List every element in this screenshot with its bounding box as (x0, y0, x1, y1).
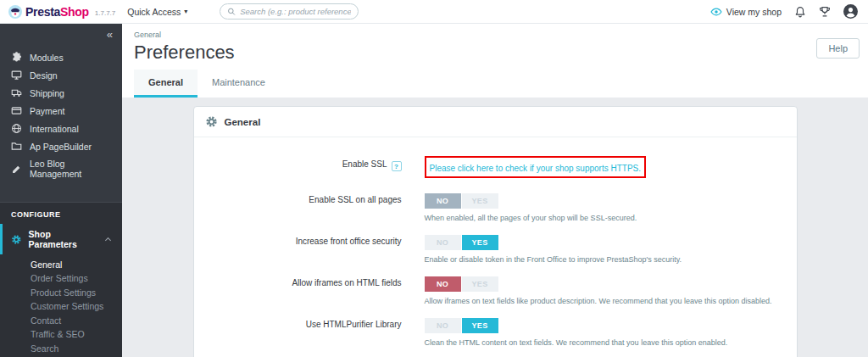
sidebar-item-payment[interactable]: Payment (0, 102, 122, 120)
panel-header: General (194, 107, 797, 137)
form-row-front-office-security: Increase front office security NO YES En… (211, 233, 780, 265)
caret-down-icon: ▾ (184, 8, 187, 15)
credit-card-icon (11, 105, 22, 116)
field-help-text: Enable or disable token in the Front Off… (425, 254, 780, 265)
sidebar-item-leo-blog-management[interactable]: Leo Blog Management (0, 155, 122, 182)
topbar: PrestaShop 1.7.7.7 Quick Access ▾ View m… (0, 0, 868, 24)
help-button[interactable]: Help (816, 38, 860, 59)
toggle-no-option[interactable]: NO (425, 318, 461, 333)
form-row-allow-iframes: Allow iframes on HTML fields NO YES Allo… (211, 275, 780, 306)
form-row-enable-ssl: Enable SSL? Please click here to check i… (211, 156, 780, 178)
quick-access-menu[interactable]: Quick Access ▾ (127, 7, 187, 17)
ssl-check-link[interactable]: Please click here to check if your shop … (430, 164, 642, 173)
field-control: NO YES Enable or disable token in the Fr… (425, 233, 780, 265)
truck-icon (11, 87, 22, 98)
notifications-bell-icon[interactable] (794, 6, 806, 18)
submenu-item-traffic-seo[interactable]: Traffic & SEO (31, 328, 122, 343)
folder-icon (11, 141, 22, 152)
topbar-right: View my shop (710, 4, 868, 19)
configure-section: CONFIGURE Shop Parameters General Order … (0, 202, 122, 357)
search-input[interactable] (240, 7, 351, 16)
form-row-htmlpurifier: Use HTMLPurifier Library NO YES Clean th… (211, 316, 780, 348)
toggle-yes-option[interactable]: YES (462, 276, 498, 292)
brand-name: PrestaShop (25, 5, 89, 19)
main-area: General Preferences Help General Mainten… (122, 24, 868, 357)
submenu-item-order-settings[interactable]: Order Settings (31, 272, 122, 287)
sidebar-item-shipping[interactable]: Shipping (0, 84, 122, 102)
toggle-yes-option[interactable]: YES (462, 235, 498, 250)
sidebar-menu: Modules Design Shipping Payment Internat… (0, 41, 122, 182)
shop-parameters-submenu: General Order Settings Product Settings … (0, 254, 122, 357)
sidebar-collapse-button[interactable]: « (0, 24, 122, 41)
submenu-item-customer-settings[interactable]: Customer Settings (31, 300, 122, 315)
puzzle-icon (11, 52, 22, 63)
sidebar-item-modules[interactable]: Modules (0, 48, 122, 66)
globe-icon (11, 123, 22, 134)
gear-icon (205, 115, 218, 128)
toggle-front-office-security: NO YES (425, 235, 498, 250)
content-area: General Enable SSL? Please click here to… (122, 98, 868, 357)
general-settings-panel: General Enable SSL? Please click here to… (193, 106, 798, 357)
field-control: Please click here to check if your shop … (425, 156, 780, 178)
sidebar: « Modules Design Shipping Payment (0, 24, 122, 357)
panel-body: Enable SSL? Please click here to check i… (194, 137, 797, 357)
submenu-item-contact[interactable]: Contact (31, 314, 122, 328)
account-avatar-icon[interactable] (843, 4, 858, 19)
monitor-icon (11, 70, 22, 81)
pencil-icon (11, 164, 22, 175)
configure-heading: CONFIGURE (0, 203, 122, 224)
prestashop-logo[interactable]: PrestaShop 1.7.7.7 (0, 5, 115, 19)
form-row-ssl-all-pages: Enable SSL on all pages NO YES When enab… (211, 192, 780, 223)
submenu-item-general[interactable]: General (31, 258, 122, 272)
prestashop-mascot-icon (8, 5, 22, 19)
field-control: NO YES Clean the HTML content on text fi… (425, 316, 780, 348)
help-tooltip-icon[interactable]: ? (392, 161, 402, 171)
eye-icon (710, 6, 722, 18)
trophy-icon[interactable] (819, 6, 831, 18)
field-label: Allow iframes on HTML fields (211, 275, 402, 306)
toggle-ssl-all-pages: NO YES (425, 193, 498, 209)
breadcrumb: General (134, 31, 856, 39)
toggle-no-option[interactable]: NO (425, 235, 461, 250)
toggle-yes-option[interactable]: YES (462, 318, 498, 333)
page-title: Preferences (134, 42, 856, 64)
search-icon (227, 7, 236, 16)
chevron-up-icon (105, 237, 111, 243)
field-label: Enable SSL on all pages (211, 192, 402, 223)
field-help-text: Clean the HTML content on text fields. W… (425, 337, 780, 348)
toggle-no-option[interactable]: NO (425, 193, 461, 209)
field-control: NO YES Allow iframes on text fields like… (425, 275, 780, 306)
field-control: NO YES When enabled, all the pages of yo… (425, 192, 780, 223)
version-label: 1.7.7.7 (95, 9, 115, 17)
global-search[interactable] (220, 3, 359, 20)
prestashop-admin: PrestaShop 1.7.7.7 Quick Access ▾ View m… (0, 0, 868, 357)
annotation-highlight-box: Please click here to check if your shop … (425, 156, 647, 178)
tab-bar: General Maintenance (122, 70, 868, 98)
gear-icon (11, 234, 22, 245)
page-header: General Preferences Help (122, 24, 868, 70)
field-label: Increase front office security (211, 233, 402, 265)
field-label: Enable SSL? (211, 156, 402, 178)
toggle-allow-iframes: NO YES (425, 276, 498, 292)
toggle-htmlpurifier: NO YES (425, 318, 498, 333)
submenu-item-product-settings[interactable]: Product Settings (31, 286, 122, 300)
panel-title: General (225, 117, 261, 127)
submenu-item-search[interactable]: Search (31, 342, 122, 356)
sidebar-item-international[interactable]: International (0, 120, 122, 137)
view-my-shop-link[interactable]: View my shop (710, 6, 782, 18)
toggle-yes-option[interactable]: YES (462, 193, 498, 209)
sidebar-item-design[interactable]: Design (0, 66, 122, 84)
field-help-text: Allow iframes on text fields like produc… (425, 296, 780, 306)
toggle-no-option[interactable]: NO (425, 276, 461, 292)
sidebar-item-ap-pagebuilder[interactable]: Ap PageBuilder (0, 137, 122, 155)
tab-maintenance[interactable]: Maintenance (198, 70, 280, 98)
sidebar-item-shop-parameters[interactable]: Shop Parameters (0, 224, 122, 254)
field-help-text: When enabled, all the pages of your shop… (425, 213, 780, 223)
field-label: Use HTMLPurifier Library (211, 316, 402, 348)
tab-general[interactable]: General (134, 70, 198, 98)
